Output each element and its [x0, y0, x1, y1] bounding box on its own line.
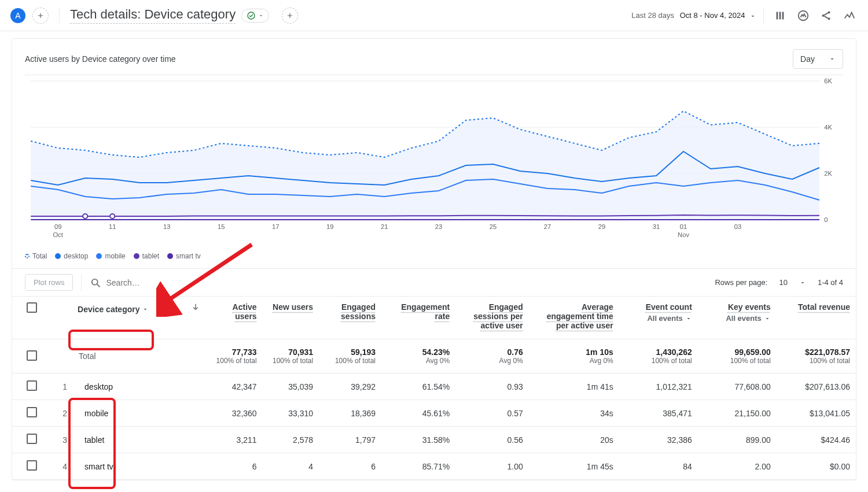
rows-per-page-label: Rows per page:: [715, 278, 767, 287]
legend-label: tablet: [142, 252, 159, 260]
svg-text:19: 19: [326, 223, 334, 230]
column-header[interactable]: Engaged sessions: [319, 297, 381, 339]
dimension-value: tablet: [79, 435, 104, 445]
table-row[interactable]: 3tablet3,2112,5781,79731.58%0.5620s32,38…: [12, 427, 856, 453]
dimension-header-select[interactable]: Device category: [73, 302, 153, 316]
column-subselect[interactable]: All events: [625, 314, 692, 323]
plot-rows-button[interactable]: Plot rows: [25, 274, 73, 291]
svg-text:15: 15: [218, 223, 225, 230]
svg-text:2K: 2K: [824, 170, 832, 177]
svg-text:29: 29: [598, 223, 606, 230]
svg-text:03: 03: [734, 223, 742, 230]
row-checkbox[interactable]: [27, 460, 37, 471]
column-header[interactable]: Engaged sessions per active user: [455, 297, 529, 339]
svg-text:13: 13: [163, 223, 171, 230]
column-header[interactable]: Active users: [206, 297, 262, 339]
legend-swatch: [96, 253, 102, 259]
svg-text:21: 21: [381, 223, 388, 230]
add-comparison-button[interactable]: [282, 8, 298, 24]
svg-point-29: [83, 214, 87, 219]
granularity-value: Day: [800, 54, 815, 64]
avatar-letter: A: [15, 11, 20, 20]
legend-item[interactable]: smart tv: [167, 252, 201, 260]
legend-label: desktop: [64, 252, 88, 260]
legend-item[interactable]: Total: [25, 252, 47, 260]
share-button[interactable]: [818, 8, 834, 24]
row-checkbox[interactable]: [27, 434, 37, 444]
date-range-picker[interactable]: Last 28 days Oct 8 - Nov 4, 2024: [631, 11, 756, 20]
legend-swatch: [25, 254, 30, 258]
row-checkbox[interactable]: [27, 407, 37, 417]
customize-report-button[interactable]: [772, 8, 788, 24]
sparkline-icon: [843, 9, 856, 22]
granularity-select[interactable]: Day: [793, 49, 843, 69]
svg-point-30: [110, 214, 115, 219]
row-checkbox[interactable]: [27, 380, 37, 391]
dimension-value: desktop: [79, 382, 113, 391]
caret-down-icon: [749, 13, 756, 20]
table-row[interactable]: 1desktop42,34735,03939,29261.54%0.931m 4…: [12, 373, 856, 400]
sort-arrow-down-icon[interactable]: [191, 302, 200, 312]
svg-text:11: 11: [109, 223, 116, 230]
svg-text:17: 17: [272, 223, 279, 230]
svg-text:23: 23: [435, 223, 443, 230]
chart-legend: Totaldesktopmobiletabletsmart tv: [12, 247, 856, 268]
legend-swatch: [167, 253, 173, 259]
svg-text:Oct: Oct: [53, 231, 63, 238]
table-total-row: Total77,733100% of total70,931100% of to…: [12, 339, 856, 373]
column-header[interactable]: Key eventsAll events: [698, 297, 777, 339]
share-icon: [820, 9, 833, 22]
select-all-checkbox[interactable]: [27, 302, 37, 313]
check-circle-icon: [247, 11, 256, 20]
svg-text:01: 01: [680, 223, 687, 230]
search-icon: [90, 277, 101, 288]
search-input-wrap[interactable]: [90, 277, 175, 288]
svg-point-0: [248, 12, 255, 19]
table-row[interactable]: 2mobile32,36033,31018,36945.61%0.5734s38…: [12, 400, 856, 427]
add-dimension-button[interactable]: +: [153, 304, 162, 316]
svg-point-2: [822, 14, 824, 16]
svg-point-31: [92, 279, 98, 284]
legend-swatch: [55, 253, 61, 259]
page-title[interactable]: Tech details: Device category: [70, 7, 236, 24]
data-table: Device category + Active usersNew usersE…: [12, 296, 856, 480]
legend-item[interactable]: tablet: [134, 252, 159, 260]
column-subselect[interactable]: All events: [704, 314, 771, 323]
svg-text:Nov: Nov: [678, 231, 689, 238]
save-report-button[interactable]: [795, 8, 811, 24]
column-header[interactable]: New users: [263, 297, 319, 339]
bar-chart-icon: [774, 9, 786, 22]
legend-label: mobile: [105, 252, 125, 260]
dimension-header-label: Device category: [78, 305, 139, 314]
svg-text:6K: 6K: [824, 77, 832, 84]
column-header[interactable]: Average engagement time per active user: [529, 297, 619, 339]
rows-per-page-value: 10: [779, 278, 787, 287]
plus-icon: [286, 12, 294, 20]
table-row[interactable]: 4smart tv64685.71%1.001m 45s842.00$0.00: [12, 453, 856, 480]
caret-down-icon: [142, 306, 149, 313]
legend-swatch: [134, 253, 139, 259]
date-range-value: Oct 8 - Nov 4, 2024: [680, 11, 745, 20]
column-header[interactable]: Total revenue: [777, 297, 856, 339]
rows-per-page-select[interactable]: 10: [779, 278, 806, 287]
account-avatar[interactable]: A: [10, 8, 25, 23]
column-header[interactable]: Engagement rate: [381, 297, 455, 339]
svg-text:0: 0: [824, 216, 827, 223]
separator: [81, 274, 82, 291]
row-checkbox[interactable]: [27, 350, 37, 361]
disk-icon: [797, 9, 810, 22]
separator: [59, 8, 60, 23]
line-chart[interactable]: 02K4K6K09Oct111315171921232527293101Nov0…: [25, 75, 843, 243]
add-segment-button[interactable]: [32, 8, 49, 24]
svg-text:25: 25: [490, 223, 497, 230]
column-header[interactable]: Event countAll events: [619, 297, 698, 339]
search-input[interactable]: [106, 278, 175, 287]
legend-item[interactable]: desktop: [55, 252, 88, 260]
svg-text:09: 09: [54, 223, 62, 230]
legend-item[interactable]: mobile: [96, 252, 125, 260]
svg-text:4K: 4K: [824, 124, 832, 131]
insights-button[interactable]: [841, 8, 858, 24]
legend-label: Total: [32, 252, 47, 260]
status-chip[interactable]: [241, 9, 269, 23]
caret-down-icon: [258, 13, 264, 19]
